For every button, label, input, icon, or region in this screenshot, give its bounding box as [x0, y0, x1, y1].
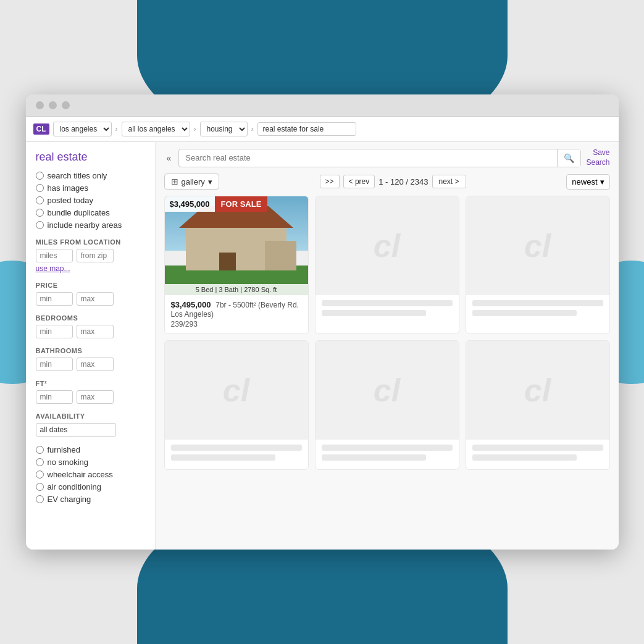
subcategory-input[interactable]: [257, 122, 356, 136]
furnished-label: furnished: [48, 445, 80, 454]
include-nearby-label: include nearby areas: [48, 220, 122, 230]
placeholder-line-4b: [322, 454, 427, 461]
miles-filter: MILES FROM LOCATION use map...: [36, 238, 145, 273]
page-info: 1 - 120 / 2343: [378, 177, 428, 186]
sqft-min-input[interactable]: [36, 390, 73, 404]
wheelchair-radio[interactable]: [36, 470, 44, 479]
price-max-input[interactable]: [77, 292, 114, 306]
placeholder-lines-2: [466, 295, 609, 325]
placeholder-lines-3: [165, 440, 308, 469]
sqft-inputs: [36, 390, 145, 404]
filter-no-smoking[interactable]: no smoking: [36, 458, 145, 467]
placeholder-line-1a: [322, 300, 453, 306]
sqft-max-input[interactable]: [77, 390, 114, 404]
use-map-link[interactable]: use map...: [36, 264, 145, 273]
filter-include-nearby[interactable]: include nearby areas: [36, 220, 145, 230]
category-select[interactable]: housing: [200, 122, 248, 136]
placeholder-card-4[interactable]: cl: [315, 340, 459, 470]
location-select[interactable]: los angeles: [53, 122, 112, 136]
listing-grid: $3,495,000 FOR SALE 5 Bed | 3 Bath | 278…: [164, 196, 610, 470]
posted-today-radio[interactable]: [36, 196, 44, 204]
placeholder-lines-4: [316, 440, 459, 469]
has-images-radio[interactable]: [36, 184, 44, 192]
bathrooms-filter: BATHROOMS: [36, 347, 145, 371]
placeholder-line-4a: [322, 445, 453, 451]
area-select[interactable]: all los angeles: [122, 122, 190, 136]
skip-button[interactable]: >>: [320, 175, 340, 188]
listing-price-badge: $3,495,000: [165, 196, 215, 212]
for-sale-badge: FOR SALE: [215, 196, 268, 212]
nav-arrow-2: ›: [194, 125, 196, 133]
filter-furnished[interactable]: furnished: [36, 445, 145, 454]
placeholder-line-2b: [472, 310, 577, 316]
save-search-button[interactable]: Save Search: [586, 148, 609, 167]
nav-arrow-3: ›: [251, 125, 254, 133]
availability-label: AVAILABILITY: [36, 412, 145, 420]
sidebar-title: real estate: [36, 151, 145, 164]
placeholder-lines-1: [316, 295, 459, 325]
include-nearby-radio[interactable]: [36, 221, 44, 229]
gallery-dropdown-icon: ▾: [208, 177, 212, 186]
bedrooms-filter: BEDROOMS: [36, 314, 145, 338]
miles-input[interactable]: [36, 249, 73, 262]
placeholder-card-2[interactable]: cl: [466, 196, 610, 334]
placeholder-card-1[interactable]: cl: [315, 196, 459, 334]
bed-min-input[interactable]: [36, 325, 73, 338]
ev-label: EV charging: [48, 495, 91, 504]
sqft-label: FT²: [36, 380, 145, 387]
filter-bundle-duplicates[interactable]: bundle duplicates: [36, 208, 145, 217]
placeholder-line-3b: [171, 454, 276, 461]
bath-min-input[interactable]: [36, 358, 73, 371]
placeholder-line-3a: [171, 445, 302, 451]
prev-button[interactable]: < prev: [343, 175, 375, 188]
bundle-duplicates-label: bundle duplicates: [48, 208, 110, 217]
price-min-input[interactable]: [36, 292, 73, 306]
filter-air-conditioning[interactable]: air conditioning: [36, 482, 145, 491]
amenities-filters: furnished no smoking wheelchair access a…: [36, 445, 145, 504]
search-titles-radio[interactable]: [36, 172, 44, 180]
ev-radio[interactable]: [36, 495, 44, 503]
filter-ev-charging[interactable]: EV charging: [36, 495, 145, 504]
gallery-view-button[interactable]: ⊞ gallery ▾: [164, 174, 219, 190]
filter-wheelchair-access[interactable]: wheelchair access: [36, 470, 145, 479]
placeholder-card-3[interactable]: cl: [164, 340, 309, 470]
ac-radio[interactable]: [36, 483, 44, 491]
bathrooms-label: BATHROOMS: [36, 347, 145, 354]
featured-listing-card[interactable]: $3,495,000 FOR SALE 5 Bed | 3 Bath | 278…: [164, 196, 309, 334]
sort-select[interactable]: newest ▾: [566, 174, 609, 190]
bathrooms-inputs: [36, 358, 145, 371]
pagination: >> < prev 1 - 120 / 2343 next >: [320, 175, 466, 188]
bedrooms-label: BEDROOMS: [36, 314, 145, 322]
next-button[interactable]: next >: [432, 175, 466, 188]
furnished-radio[interactable]: [36, 446, 44, 454]
no-smoking-radio[interactable]: [36, 458, 44, 466]
filter-search-titles[interactable]: search titles only: [36, 171, 145, 180]
gallery-toolbar: ⊞ gallery ▾ >> < prev 1 - 120 / 2343 nex…: [164, 174, 610, 190]
search-submit-button[interactable]: 🔍: [557, 149, 580, 167]
has-images-label: has images: [48, 183, 88, 193]
bundle-duplicates-radio[interactable]: [36, 209, 44, 217]
search-input[interactable]: [179, 149, 557, 166]
sidebar: real estate search titles only has image…: [26, 142, 156, 550]
gallery-label: gallery: [182, 177, 205, 186]
top-nav: CL los angeles › all los angeles › housi…: [26, 117, 619, 142]
bed-max-input[interactable]: [77, 325, 114, 338]
featured-listing-image: $3,495,000 FOR SALE 5 Bed | 3 Bath | 278…: [165, 196, 308, 295]
collapse-button[interactable]: «: [164, 153, 174, 163]
cl-logo[interactable]: CL: [33, 123, 49, 135]
filter-posted-today[interactable]: posted today: [36, 196, 145, 205]
zip-input[interactable]: [77, 249, 114, 262]
browser-dot-yellow: [49, 101, 57, 109]
gallery-icon: ⊞: [171, 177, 178, 186]
placeholder-card-5[interactable]: cl: [466, 340, 610, 470]
listing-id: 239/293: [171, 320, 302, 328]
price-inputs: [36, 292, 145, 306]
filter-has-images[interactable]: has images: [36, 183, 145, 193]
sort-dropdown-icon: ▾: [600, 177, 604, 186]
placeholder-img-5: cl: [466, 341, 609, 440]
bath-max-input[interactable]: [77, 358, 114, 371]
cl-watermark-3: cl: [223, 372, 249, 409]
main-layout: real estate search titles only has image…: [26, 142, 619, 550]
placeholder-img-1: cl: [316, 196, 459, 295]
availability-input[interactable]: [36, 423, 116, 437]
